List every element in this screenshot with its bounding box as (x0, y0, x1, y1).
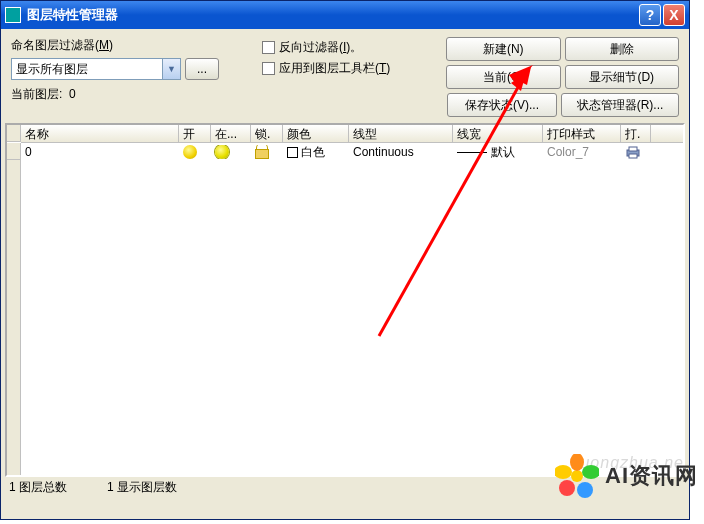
invert-filter-checkbox[interactable]: 反向过滤器(I)。 (262, 39, 446, 56)
show-details-button[interactable]: 显示细节(D) (565, 65, 680, 89)
header-freeze[interactable]: 在... (211, 125, 251, 142)
filter-combobox[interactable]: 显示所有图层 ▼ (11, 58, 181, 80)
cell-on[interactable] (179, 145, 211, 160)
window-title: 图层特性管理器 (27, 6, 639, 24)
cell-linetype[interactable]: Continuous (349, 145, 453, 159)
cell-layer-name[interactable]: 0 (21, 145, 179, 159)
printer-icon (625, 145, 641, 159)
app-icon (5, 7, 21, 23)
invert-filter-label: 反向过滤器(I)。 (279, 39, 362, 56)
filter-combo-value: 显示所有图层 (12, 61, 162, 78)
svg-rect-2 (629, 154, 637, 158)
checkbox-icon (262, 41, 275, 54)
apply-to-toolbar-label: 应用到图层工具栏(T) (279, 60, 390, 77)
save-state-button[interactable]: 保存状态(V)... (447, 93, 557, 117)
svg-rect-1 (629, 147, 637, 151)
cell-freeze[interactable] (211, 145, 251, 160)
row-handle[interactable] (7, 143, 21, 160)
header-lock[interactable]: 锁. (251, 125, 283, 142)
header-plotstyle[interactable]: 打印样式 (543, 125, 621, 142)
cell-plot[interactable] (621, 145, 651, 160)
header-linetype[interactable]: 线型 (349, 125, 453, 142)
cell-lineweight[interactable]: 默认 (453, 144, 543, 161)
current-layer-display: 当前图层: 0 (11, 86, 256, 103)
header-color[interactable]: 颜色 (283, 125, 349, 142)
row-handle-column (7, 143, 21, 475)
cell-color[interactable]: 白色 (283, 144, 349, 161)
lineweight-icon (457, 152, 487, 153)
new-layer-button[interactable]: 新建(N) (446, 37, 561, 61)
header-plot[interactable]: 打. (621, 125, 651, 142)
set-current-button[interactable]: 当前(C) (446, 65, 561, 89)
cell-plotstyle[interactable]: Color_7 (543, 145, 621, 159)
layer-row[interactable]: 0 白色 Continuous 默认 Color_7 (21, 143, 683, 161)
header-name[interactable]: 名称 (21, 125, 179, 142)
close-button[interactable]: X (663, 4, 685, 26)
layer-list: 名称 开 在... 锁. 颜色 线型 线宽 打印样式 打. 0 (5, 123, 685, 477)
header-lineweight[interactable]: 线宽 (453, 125, 543, 142)
header-on[interactable]: 开 (179, 125, 211, 142)
list-header-row: 名称 开 在... 锁. 颜色 线型 线宽 打印样式 打. (21, 125, 683, 143)
shown-layers: 1 显示图层数 (107, 479, 177, 495)
checkbox-icon (262, 62, 275, 75)
titlebar: 图层特性管理器 ? X (1, 1, 689, 29)
dialog-body: 命名图层过滤器(M) 显示所有图层 ▼ ... 当前图层: 0 (1, 29, 689, 123)
named-filter-label: 命名图层过滤器(M) (11, 37, 113, 54)
status-bar: 1 图层总数 1 显示图层数 (1, 477, 689, 497)
lightbulb-icon (183, 145, 197, 159)
sun-icon (215, 145, 229, 159)
layer-properties-dialog: 图层特性管理器 ? X 命名图层过滤器(M) 显示所有图层 ▼ ... (0, 0, 690, 520)
filter-browse-button[interactable]: ... (185, 58, 219, 80)
help-button[interactable]: ? (639, 4, 661, 26)
corner-cell (7, 125, 21, 142)
chevron-down-icon[interactable]: ▼ (162, 59, 180, 79)
lock-icon (255, 145, 269, 157)
ellipsis-icon: ... (197, 62, 207, 76)
color-swatch-icon (287, 147, 298, 158)
state-manager-button[interactable]: 状态管理器(R)... (561, 93, 679, 117)
total-layers: 1 图层总数 (9, 479, 67, 495)
cell-lock[interactable] (251, 145, 283, 160)
delete-layer-button[interactable]: 删除 (565, 37, 680, 61)
apply-to-toolbar-checkbox[interactable]: 应用到图层工具栏(T) (262, 60, 446, 77)
